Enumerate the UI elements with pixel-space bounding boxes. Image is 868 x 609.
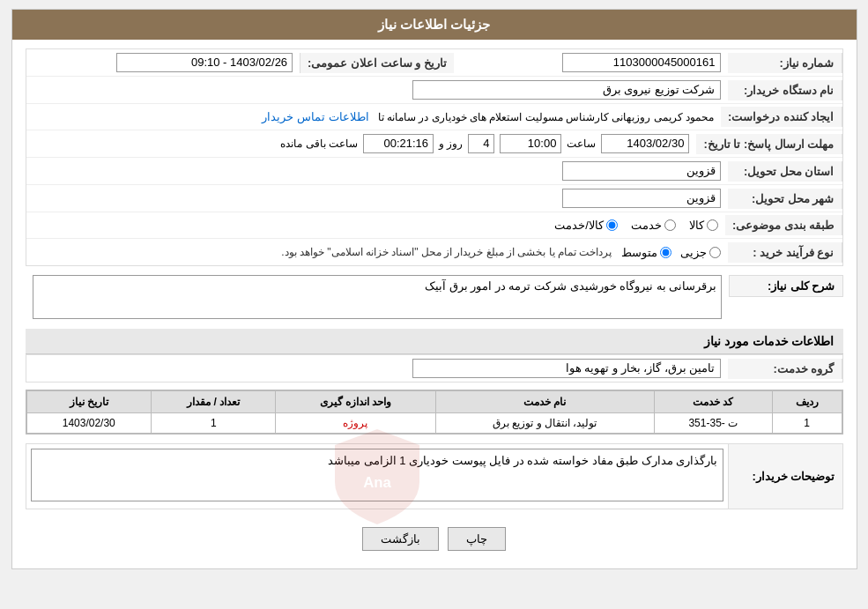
radio-kala-input[interactable] xyxy=(707,219,718,231)
th-code: کد خدمت xyxy=(655,391,773,413)
value-shahr: قزوین xyxy=(26,185,728,212)
main-container: جزئیات اطلاعات نیاز شماره نیاز: 11030000… xyxy=(11,9,857,569)
saat-input: 10:00 xyxy=(500,134,561,153)
label-group-khadamat: گروه خدمت: xyxy=(728,359,842,379)
content-area: شماره نیاز: 1103000045000161 تاریخ و ساع… xyxy=(12,40,857,568)
radio-jozee-input[interactable] xyxy=(709,247,721,258)
radio-jozee[interactable]: جزیی xyxy=(680,246,721,259)
th-unit: واحد اندازه گیری xyxy=(276,391,435,413)
td-date: 1403/02/30 xyxy=(26,413,152,434)
value-farayand: جزیی متوسط پرداخت تمام یا بخشی از مبلغ خ… xyxy=(26,242,728,263)
radio-kala-label: کالا xyxy=(689,219,704,232)
td-radif: 1 xyxy=(772,413,842,434)
table-row: 1 ت -35-351 تولید، انتقال و توزیع برق پر… xyxy=(26,413,842,434)
td-unit: پروژه xyxy=(276,413,435,434)
ijad-text: محمود کریمی روزبهانی کارشناس مسولیت استع… xyxy=(378,111,714,123)
ittelaaat-link[interactable]: اطلاعات تماس خریدار xyxy=(262,110,368,123)
value-sharh xyxy=(26,275,729,322)
row-tabaqa: طبقه بندی موضوعی: کالا خدمت xyxy=(26,212,842,239)
saat-label: ساعت xyxy=(567,137,596,150)
section-khadamat-title: اطلاعات خدمات مورد نیاز xyxy=(26,329,843,354)
th-name: نام خدمت xyxy=(435,391,654,413)
label-ijad: ایجاد کننده درخواست: xyxy=(721,107,842,127)
table-container: ردیف کد خدمت نام خدمت واحد اندازه گیری ت… xyxy=(26,390,843,434)
value-mohlet: 1403/02/30 ساعت 10:00 4 روز و 00:21:16 س… xyxy=(26,130,697,157)
row-tawzih: توضیحات خریدار: Ana xyxy=(26,443,843,509)
radio-motavasset-input[interactable] xyxy=(660,247,671,258)
row-mohlet: مهلت ارسال پاسخ: تا تاریخ: 1403/02/30 سا… xyxy=(26,130,842,158)
row-shahr: شهر محل تحویل: قزوین xyxy=(26,185,842,212)
value-shomara: 1103000045000161 xyxy=(454,49,728,76)
radio-kala-khadamat[interactable]: کالا/خدمت xyxy=(554,219,618,232)
sharh-textarea[interactable] xyxy=(33,275,722,319)
th-date: تاریخ نیاز xyxy=(26,391,152,413)
mohlet-inline: 1403/02/30 ساعت 10:00 4 روز و 00:21:16 س… xyxy=(280,134,689,153)
page-title: جزئیات اطلاعات نیاز xyxy=(378,17,490,32)
roz-label: روز و xyxy=(439,137,463,150)
row-sharh: شرح کلی نیاز: xyxy=(26,275,843,322)
radio-khadamat[interactable]: خدمت xyxy=(631,219,676,232)
print-button[interactable]: چاپ xyxy=(448,527,506,551)
tarikh-elaan-input: 1403/02/26 - 09:10 xyxy=(116,53,293,72)
table-header-row: ردیف کد خدمت نام خدمت واحد اندازه گیری ت… xyxy=(26,391,842,413)
radio-jozee-label: جزیی xyxy=(680,246,707,259)
label-shomara: شماره نیاز: xyxy=(728,53,842,73)
services-table: ردیف کد خدمت نام خدمت واحد اندازه گیری ت… xyxy=(26,390,842,434)
row-shomara: شماره نیاز: 1103000045000161 تاریخ و ساع… xyxy=(26,49,842,77)
label-tawzih: توضیحات خریدار: xyxy=(728,444,842,509)
dastgah-input: شرکت توزیع نیروی برق xyxy=(412,80,721,100)
value-ostan: قزوین xyxy=(26,158,728,184)
sharh-wrapper xyxy=(33,275,722,322)
radio-kala[interactable]: کالا xyxy=(689,219,718,232)
row-group-khadamat: گروه خدمت: تامین برق، گاز، بخار و تهویه … xyxy=(26,354,843,382)
row-dastgah: نام دستگاه خریدار: شرکت توزیع نیروی برق xyxy=(26,77,842,104)
th-radif: ردیف xyxy=(772,391,842,413)
value-dastgah: شرکت توزیع نیروی برق xyxy=(26,77,728,103)
roz-input: 4 xyxy=(468,134,494,153)
button-row: چاپ بازگشت xyxy=(26,518,843,560)
value-tawzih: Ana xyxy=(26,444,728,509)
process-row: جزیی متوسط پرداخت تمام یا بخشی از مبلغ خ… xyxy=(281,246,720,259)
label-sharh: شرح کلی نیاز: xyxy=(729,275,843,297)
baqi-input: 00:21:16 xyxy=(363,134,434,153)
value-group-khadamat: تامین برق، گاز، بخار و تهویه هوا xyxy=(26,355,728,382)
farayand-text: پرداخت تمام یا بخشی از مبلغ خریدار از مح… xyxy=(281,246,612,258)
back-button[interactable]: بازگشت xyxy=(362,527,439,551)
radio-kala-khadamat-label: کالا/خدمت xyxy=(554,219,604,232)
tabaqa-radio-group: کالا خدمت کالا/خدمت xyxy=(554,219,718,232)
row-ijad: ایجاد کننده درخواست: محمود کریمی روزبهان… xyxy=(26,104,842,130)
th-qty: تعداد / مقدار xyxy=(152,391,276,413)
shomara-input: 1103000045000161 xyxy=(562,53,721,72)
radio-kala-khadamat-input[interactable] xyxy=(606,219,618,231)
tawzih-textarea[interactable] xyxy=(31,449,723,501)
radio-motavasset-label: متوسط xyxy=(621,246,657,259)
value-tabaqa: کالا خدمت کالا/خدمت xyxy=(26,215,725,235)
td-name: تولید، انتقال و توزیع برق xyxy=(435,413,654,434)
group-khadamat-input: تامین برق، گاز، بخار و تهویه هوا xyxy=(412,359,721,378)
label-ostan: استان محل تحویل: xyxy=(728,161,842,182)
row-farayand: نوع فرآیند خرید : جزیی متوسط پرداخت تمام… xyxy=(26,239,842,265)
td-qty: 1 xyxy=(152,413,276,434)
label-tabaqa: طبقه بندی موضوعی: xyxy=(725,215,842,235)
value-tarikh-elaan: 1403/02/26 - 09:10 xyxy=(26,49,300,76)
radio-khadamat-label: خدمت xyxy=(631,219,662,232)
label-mohlet: مهلت ارسال پاسخ: تا تاریخ: xyxy=(696,134,842,154)
baqi-label: ساعت باقی مانده xyxy=(280,137,358,150)
shahr-input: قزوین xyxy=(562,189,721,208)
label-tarikh-elaan: تاریخ و ساعت اعلان عمومی: xyxy=(300,53,454,73)
ostan-input: قزوین xyxy=(562,161,721,181)
row-ostan: استان محل تحویل: قزوین xyxy=(26,158,842,185)
page-header: جزئیات اطلاعات نیاز xyxy=(12,10,857,40)
value-ijad: محمود کریمی روزبهانی کارشناس مسولیت استع… xyxy=(26,107,721,127)
label-dastgah: نام دستگاه خریدار: xyxy=(728,80,842,100)
tawzih-wrapper: Ana xyxy=(31,449,723,504)
td-code: ت -35-351 xyxy=(655,413,773,434)
radio-khadamat-input[interactable] xyxy=(664,219,676,231)
radio-motavasset[interactable]: متوسط xyxy=(621,246,671,259)
form-section-main: شماره نیاز: 1103000045000161 تاریخ و ساع… xyxy=(26,48,843,266)
date-value-input: 1403/02/30 xyxy=(601,134,689,153)
label-farayand: نوع فرآیند خرید : xyxy=(728,242,842,263)
label-shahr: شهر محل تحویل: xyxy=(728,189,842,209)
